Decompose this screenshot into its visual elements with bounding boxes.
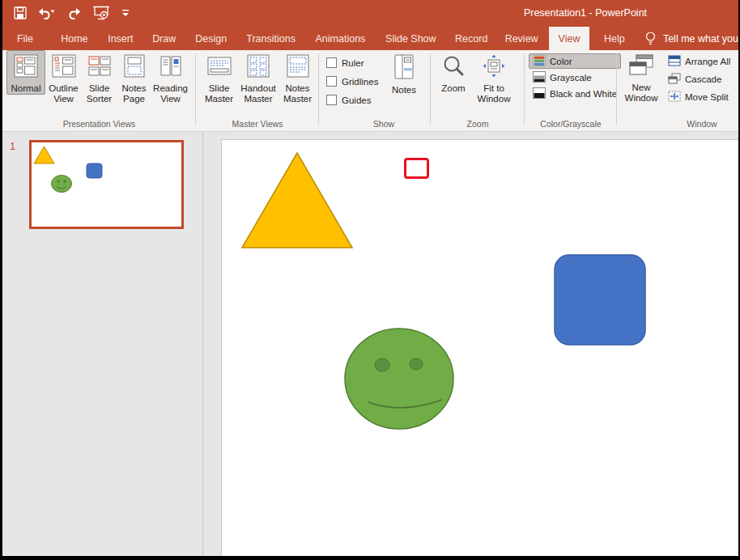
slide-master-button[interactable]: Slide Master (201, 50, 237, 105)
notes-button[interactable]: Notes (386, 50, 422, 96)
fit-to-window-button[interactable]: Fit to Window (472, 50, 516, 105)
triangle-shape[interactable] (242, 153, 352, 248)
button-label: Color (550, 57, 572, 66)
handout-master-button[interactable]: Handout Master (237, 50, 279, 105)
arrange-all-button[interactable]: Arrange All (664, 53, 734, 69)
redo-icon[interactable] (67, 4, 81, 22)
thumb-square (87, 163, 102, 178)
button-label: Zoom (441, 83, 465, 94)
move-split-icon (668, 91, 681, 104)
move-split-button[interactable]: Move Split (664, 89, 734, 104)
notes-master-button[interactable]: Notes Master (279, 50, 316, 105)
group-label: Show (355, 119, 412, 129)
black-and-white-button[interactable]: Black and White (529, 86, 621, 101)
notes-page-button[interactable]: Notes Page (117, 50, 151, 105)
notes-master-icon (286, 54, 310, 81)
button-label: Outline View (46, 83, 81, 104)
group-label: Window (674, 119, 730, 129)
group-label: Zoom (432, 119, 524, 129)
button-label: Fit to Window (473, 83, 515, 104)
group-separator (195, 53, 196, 125)
notes-page-icon (122, 54, 147, 81)
arrange-all-icon (668, 55, 681, 68)
cascade-icon (668, 73, 681, 86)
tab-view[interactable]: View (549, 27, 589, 50)
group-label: Color/Grayscale (525, 119, 616, 129)
zoom-icon (442, 54, 465, 81)
ruler-checkbox[interactable] (326, 57, 337, 68)
button-label: Notes (392, 85, 416, 95)
zoom-button[interactable]: Zoom (435, 50, 472, 95)
guides-checkbox-row[interactable]: Guides (326, 95, 371, 105)
undo-icon[interactable] (38, 4, 56, 22)
rounded-square-shape[interactable] (555, 255, 645, 345)
fit-to-window-icon (482, 54, 506, 81)
button-label: Black and White (550, 89, 617, 99)
slide-thumbnail-panel[interactable]: 1 (2, 132, 221, 556)
slide-number: 1 (10, 140, 15, 152)
tab-animations[interactable]: Animations (312, 27, 370, 50)
button-label: Cascade (685, 74, 721, 84)
group-separator (616, 53, 617, 125)
group-separator (318, 53, 319, 125)
tab-home[interactable]: Home (56, 27, 93, 50)
tab-slide-show[interactable]: Slide Show (381, 27, 440, 50)
save-icon[interactable] (14, 4, 27, 22)
notes-icon (393, 54, 415, 83)
reading-view-button[interactable]: Reading View (151, 50, 189, 105)
tab-design[interactable]: Design (192, 27, 231, 50)
checkbox-label: Guides (342, 95, 371, 105)
group-color-grayscale: Color Grayscale Black and White (525, 50, 616, 131)
normal-view-button[interactable]: Normal (6, 50, 45, 95)
slide-sorter-button[interactable]: Slide Sorter (82, 50, 117, 105)
tell-me-search[interactable]: Tell me what you (663, 27, 738, 50)
group-presentation-views: Normal Outline View (4, 50, 194, 131)
group-master-views: Slide Master Handout Master (198, 50, 317, 131)
button-label: Notes Master (280, 83, 315, 104)
button-label: New Window (622, 83, 661, 104)
panel-scrollbar-track[interactable] (202, 132, 203, 556)
tab-draw[interactable]: Draw (148, 27, 181, 50)
tab-record[interactable]: Record (450, 27, 492, 50)
group-label: Master Views (198, 119, 317, 129)
button-label: Arrange All (685, 57, 730, 66)
grayscale-button[interactable]: Grayscale (529, 70, 621, 85)
slide-sorter-icon (87, 54, 112, 81)
slide-master-icon (207, 54, 232, 81)
smiley-face-shape[interactable] (345, 329, 453, 429)
checkbox-label: Gridlines (342, 77, 378, 87)
outline-view-button[interactable]: Outline View (45, 50, 82, 105)
handout-master-icon (246, 54, 270, 81)
guides-checkbox[interactable] (326, 95, 337, 105)
new-window-button[interactable]: New Window (621, 50, 661, 104)
group-window: New Window Arrange All Cascade (618, 50, 738, 131)
cascade-button[interactable]: Cascade (664, 71, 734, 87)
tab-insert[interactable]: Insert (103, 27, 138, 50)
tab-help[interactable]: Help (598, 27, 632, 50)
reading-view-icon (159, 54, 183, 81)
undo-dropdown-icon (51, 11, 55, 14)
button-label: Slide Sorter (83, 83, 116, 104)
checkbox-label: Ruler (342, 58, 364, 68)
start-slideshow-icon[interactable] (92, 4, 110, 22)
slide-1-thumbnail[interactable] (29, 140, 184, 229)
tab-transitions[interactable]: Transitions (242, 27, 300, 50)
ruler-checkbox-row[interactable]: Ruler (326, 57, 364, 68)
powerpoint-window: Presentation1 - PowerPoint File Home Ins… (0, 0, 740, 560)
gridlines-checkbox[interactable] (326, 76, 337, 87)
ribbon: Normal Outline View (2, 50, 738, 132)
group-separator (430, 53, 431, 125)
button-label: Move Split (685, 92, 729, 102)
gridlines-checkbox-row[interactable]: Gridlines (326, 76, 378, 87)
red-highlight-annotation (404, 158, 429, 179)
slide-canvas[interactable] (221, 139, 738, 556)
color-icon (533, 55, 546, 68)
window-title: Presentation1 - PowerPoint (423, 0, 740, 27)
tab-review[interactable]: Review (500, 27, 542, 50)
button-label: Notes Page (117, 83, 151, 104)
color-button[interactable]: Color (529, 53, 621, 69)
customize-qat-icon[interactable] (121, 4, 130, 22)
button-label: Reading View (152, 83, 189, 104)
tab-file[interactable]: File (9, 27, 41, 50)
title-bar: Presentation1 - PowerPoint (2, 0, 738, 27)
